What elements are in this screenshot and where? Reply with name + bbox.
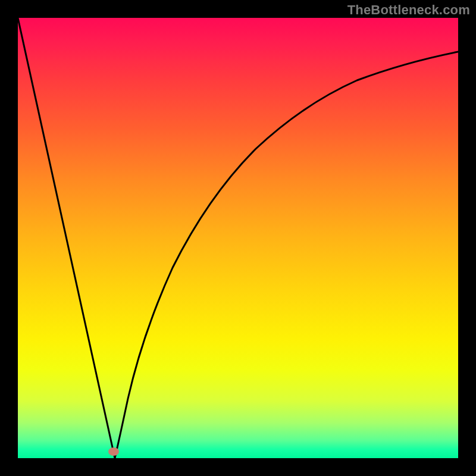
chart-frame: TheBottleneck.com — [0, 0, 476, 476]
left-line — [18, 18, 115, 458]
curve-svg — [18, 18, 458, 458]
plot-area — [18, 18, 458, 458]
right-curve — [115, 52, 458, 458]
watermark-text: TheBottleneck.com — [347, 2, 470, 18]
vertex-marker — [108, 447, 119, 456]
